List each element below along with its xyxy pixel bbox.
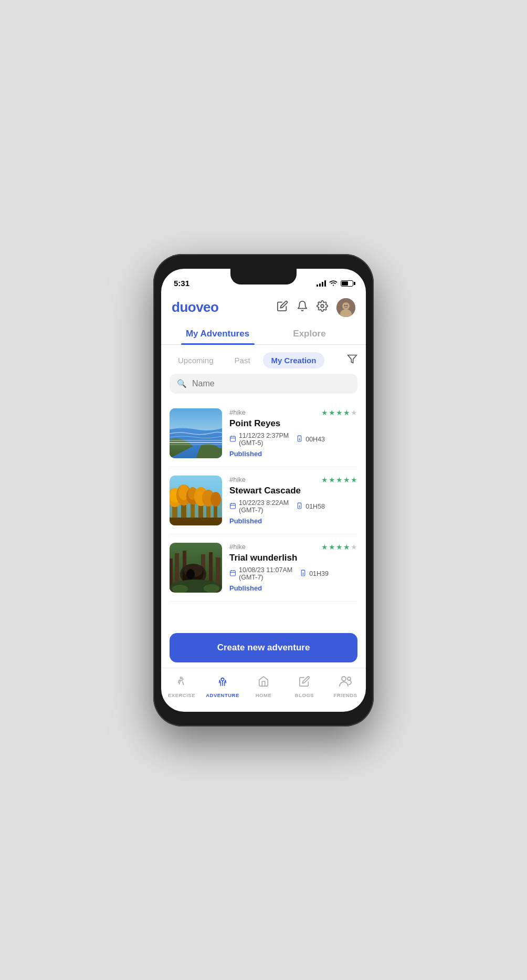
nav-label-friends: FRIENDS [333,692,357,698]
adventure-meta: 10/08/23 11:07AM(GMT-7) 01H39 [229,566,357,581]
bottom-nav: EXERCISE ADVENTURE [161,668,366,712]
nav-label-exercise: EXERCISE [168,692,195,698]
app-logo: duoveo [172,299,218,315]
signal-icon [317,280,326,287]
search-input[interactable] [192,379,350,388]
svg-point-38 [299,507,300,507]
svg-point-5 [346,304,348,306]
friends-icon [339,676,352,690]
wifi-icon [329,279,338,288]
filter-icon[interactable] [347,354,357,367]
svg-point-30 [210,492,221,507]
rating-stars: ★ ★ ★ ★ ★ [321,408,357,417]
adventure-thumb-trial-wunderlish [170,543,222,593]
notification-icon[interactable] [297,300,308,314]
adventure-icon [216,676,229,690]
sub-tabs: Upcoming Past My Creation [161,345,366,374]
adventure-name: Point Reyes [229,418,357,429]
svg-point-51 [204,584,219,593]
phone-frame: 5:31 [153,254,374,726]
rating-stars: ★ ★ ★ ★ ★ [321,476,357,484]
phone-screen: 5:31 [161,269,366,712]
notch [230,269,297,284]
adventure-list: #hike ★ ★ ★ ★ ★ Point Reyes [161,400,366,626]
subtab-my-creation[interactable]: My Creation [263,352,325,368]
adventure-name: Stewart Cascade [229,486,357,496]
nav-item-adventure[interactable]: ADVENTURE [202,672,243,701]
svg-point-4 [344,304,346,306]
main-tabs: My Adventures Explore [161,322,366,345]
adventure-info-point-reyes: #hike ★ ★ ★ ★ ★ Point Reyes [229,408,357,458]
create-adventure-button[interactable]: Create new adventure [170,633,357,662]
status-time: 5:31 [174,279,189,288]
avatar[interactable] [336,298,355,317]
svg-marker-6 [348,355,357,363]
search-container: 🔍 [161,374,366,400]
svg-point-62 [347,677,351,680]
adventure-status: Published [229,517,357,525]
timer-icon [300,570,307,578]
blogs-icon [298,676,311,690]
adventure-meta: 11/12/23 2:37PM(GMT-5) 00H43 [229,432,357,447]
adventure-tag: #hike [229,543,246,551]
battery-icon [341,280,353,287]
svg-rect-31 [170,518,222,525]
home-indicator [229,719,298,721]
adventure-tag: #hike [229,408,246,416]
exercise-icon [175,676,188,690]
svg-point-61 [342,677,346,681]
nav-label-adventure: ADVENTURE [206,692,239,698]
svg-point-0 [321,304,324,308]
nav-item-exercise[interactable]: EXERCISE [161,672,202,701]
edit-icon[interactable] [277,300,288,314]
adventure-status: Published [229,584,357,592]
adventure-name: Trial wunderlish [229,553,357,563]
tab-explore[interactable]: Explore [264,322,355,344]
subtab-past[interactable]: Past [226,352,259,368]
timer-icon [296,435,303,444]
nav-item-home[interactable]: HOME [243,672,284,701]
adventure-thumb-point-reyes [170,408,222,458]
svg-point-2 [342,302,350,310]
svg-point-14 [299,439,300,440]
adventure-status: Published [229,450,357,458]
nav-label-blogs: BLOGS [295,692,314,698]
svg-point-48 [186,569,195,579]
calendar-icon [229,502,236,511]
svg-point-58 [303,574,303,574]
nav-item-blogs[interactable]: BLOGS [284,672,325,701]
adventure-item-stewart-cascade[interactable]: #hike ★ ★ ★ ★ ★ Stewart Cascade [170,467,357,534]
adventure-meta: 10/22/23 8:22AM(GMT-7) 01H58 [229,499,357,514]
header-icons [277,298,355,317]
calendar-icon [229,570,236,578]
adventure-item-trial-wunderlish[interactable]: #hike ★ ★ ★ ★ ★ Trial wunderlish [170,534,357,602]
adventure-info-trial-wunderlish: #hike ★ ★ ★ ★ ★ Trial wunderlish [229,543,357,593]
home-icon [257,676,270,690]
search-icon: 🔍 [177,379,187,388]
timer-icon [296,502,303,511]
svg-rect-32 [230,503,236,509]
adventure-item-point-reyes[interactable]: #hike ★ ★ ★ ★ ★ Point Reyes [170,400,357,467]
svg-rect-8 [230,436,236,441]
adventure-thumb-stewart-cascade [170,476,222,525]
adventure-tag: #hike [229,476,246,483]
nav-label-home: HOME [256,692,272,698]
subtab-upcoming[interactable]: Upcoming [170,352,222,368]
settings-icon[interactable] [317,300,328,314]
svg-rect-52 [230,571,236,576]
nav-item-friends[interactable]: FRIENDS [325,672,366,701]
calendar-icon [229,435,236,444]
rating-stars: ★ ★ ★ ★ ★ [321,543,357,551]
search-wrap: 🔍 [170,374,357,394]
create-btn-container: Create new adventure [161,626,366,668]
status-icons [317,279,353,288]
tab-my-adventures[interactable]: My Adventures [172,322,264,344]
adventure-info-stewart-cascade: #hike ★ ★ ★ ★ ★ Stewart Cascade [229,476,357,525]
app-header: duoveo [161,292,366,322]
